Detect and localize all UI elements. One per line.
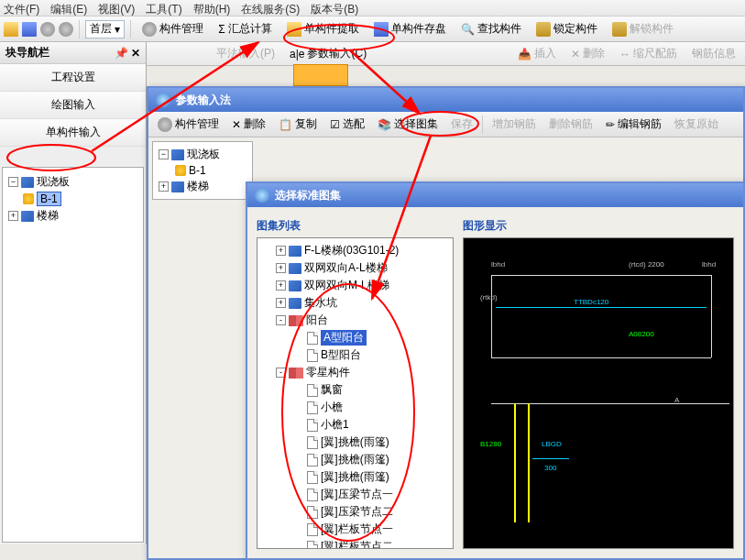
book-icon xyxy=(289,246,301,257)
extract-button[interactable]: 单构件提取 xyxy=(281,18,365,39)
atlas-tree-item[interactable]: [翼]栏板节点二 xyxy=(261,538,449,549)
delete-button[interactable]: ✕ 删除 xyxy=(565,43,610,64)
atlas-tree-item[interactable]: 飘窗 xyxy=(261,381,449,399)
nav-single-input[interactable]: 单构件输入 xyxy=(0,119,146,147)
expand-icon[interactable]: + xyxy=(276,263,286,273)
menu-file[interactable]: 文件(F) xyxy=(4,2,39,14)
book-icon xyxy=(171,149,184,160)
comp-mgmt-button[interactable]: 构件管理 xyxy=(152,114,225,135)
nav-tree[interactable]: − 现浇板 B-1 + 楼梯 xyxy=(2,167,144,543)
save-comp-button[interactable]: 单构件存盘 xyxy=(368,18,452,39)
document-icon xyxy=(307,349,318,362)
insert-button[interactable]: 📥 插入 xyxy=(512,43,562,64)
atlas-tree-item[interactable]: A型阳台 xyxy=(261,329,449,346)
document-icon xyxy=(307,541,318,550)
save-icon[interactable] xyxy=(22,22,37,37)
save-button[interactable]: 保存 xyxy=(445,114,478,135)
scale-button[interactable]: ↔ 缩尺配筋 xyxy=(614,43,683,64)
nav-title: 块导航栏 📌 ✕ xyxy=(0,42,146,64)
document-icon xyxy=(307,332,318,345)
collapse-icon[interactable]: - xyxy=(276,368,286,378)
unlock-button[interactable]: 解锁构件 xyxy=(607,18,679,39)
menu-view[interactable]: 视图(V) xyxy=(98,2,135,14)
leaf-icon xyxy=(175,165,186,176)
tree-node-stairs[interactable]: + 楼梯 xyxy=(157,178,248,195)
copy-button[interactable]: 📋 复制 xyxy=(273,114,323,135)
tree-node-slab[interactable]: − 现浇板 xyxy=(6,173,139,191)
document-icon xyxy=(307,419,318,432)
delete-button[interactable]: ✕ 删除 xyxy=(226,114,271,135)
redo-icon[interactable] xyxy=(59,22,73,37)
cad-preview[interactable]: TTBDc120 A08200 (rtcd) 2200 lbhd lbhd LB… xyxy=(463,237,734,549)
sub-window-toolbar: 构件管理 ✕ 删除 📋 复制 ☑ 选配 📚 选择图集 保存 增加钢筋 删除钢筋 … xyxy=(148,112,743,137)
lock-button[interactable]: 锁定构件 xyxy=(531,18,603,39)
dialog-titlebar[interactable]: 选择标准图集 xyxy=(247,183,743,207)
add-rebar-button[interactable]: 增加钢筋 xyxy=(487,114,542,135)
atlas-tree-item[interactable]: 小檐1 xyxy=(261,416,449,434)
atlas-tree-item[interactable]: -阳台 xyxy=(261,312,449,329)
sum-calc-button[interactable]: Σ 汇总计算 xyxy=(213,18,277,39)
floor-dropdown[interactable]: 首层 ▾ xyxy=(85,20,125,38)
atlas-tree-item[interactable]: [翼]挑檐(雨篷) xyxy=(261,434,449,451)
select-config-button[interactable]: ☑ 选配 xyxy=(324,114,370,135)
document-icon xyxy=(307,401,318,414)
atlas-tree-item[interactable]: 小檐 xyxy=(261,399,449,416)
find-button[interactable]: 🔍 查找构件 xyxy=(455,18,527,39)
sub-window-tree[interactable]: − 现浇板 B-1 + 楼梯 xyxy=(152,141,253,200)
select-atlas-button[interactable]: 📚 选择图集 xyxy=(372,114,444,135)
menu-version[interactable]: 版本号(B) xyxy=(311,2,358,14)
book-icon xyxy=(21,211,34,222)
gear-icon xyxy=(142,22,157,37)
collapse-icon[interactable]: - xyxy=(276,315,286,325)
book-icon xyxy=(289,298,301,309)
edit-rebar-button[interactable]: ✏ 编辑钢筋 xyxy=(600,114,667,135)
tree-node-b1[interactable]: B-1 xyxy=(6,191,139,207)
separator xyxy=(130,20,131,38)
atlas-tree-item[interactable]: [翼]压梁节点一 xyxy=(261,486,449,503)
window-titlebar[interactable]: 参数输入法 xyxy=(148,88,743,112)
expand-icon[interactable]: + xyxy=(8,211,18,221)
atlas-tree-item[interactable]: [翼]栏板节点一 xyxy=(261,521,449,538)
atlas-tree-item[interactable]: +双网双向A-L楼梯 xyxy=(261,259,449,277)
open-icon[interactable] xyxy=(4,22,18,37)
menu-help[interactable]: 帮助(H) xyxy=(193,2,231,14)
del-rebar-button[interactable]: 删除钢筋 xyxy=(543,114,598,135)
document-icon xyxy=(307,384,318,397)
collapse-icon[interactable]: − xyxy=(159,149,169,159)
nav-project-settings[interactable]: 工程设置 xyxy=(0,64,146,92)
tree-node-stairs[interactable]: + 楼梯 xyxy=(6,207,139,225)
atlas-tree-item[interactable]: +集水坑 xyxy=(261,294,449,312)
collapse-icon[interactable]: − xyxy=(8,177,18,187)
main-menu[interactable]: 文件(F) 编辑(E) 视图(V) 工具(T) 帮助(H) 在线服务(S) 版本… xyxy=(0,0,745,16)
atlas-tree-item[interactable]: -零星构件 xyxy=(261,364,449,381)
pin-icon[interactable]: 📌 ✕ xyxy=(115,47,140,60)
separator xyxy=(79,20,80,38)
menu-tools[interactable]: 工具(T) xyxy=(146,2,181,14)
tree-node-b1[interactable]: B-1 xyxy=(157,163,248,178)
main-toolbar: 首层 ▾ 构件管理 Σ 汇总计算 单构件提取 单构件存盘 🔍 查找构件 锁定构件… xyxy=(0,16,745,42)
param-input-button[interactable]: a|e 参数输入(C) xyxy=(284,43,372,64)
expand-icon[interactable]: + xyxy=(276,280,286,291)
menu-online[interactable]: 在线服务(S) xyxy=(241,2,300,14)
atlas-tree-item[interactable]: [翼]压梁节点二 xyxy=(261,503,449,521)
expand-icon[interactable]: + xyxy=(276,246,286,256)
nav-draw-input[interactable]: 绘图输入 xyxy=(0,92,146,119)
document-icon xyxy=(307,436,318,449)
undo-icon[interactable] xyxy=(40,22,55,37)
tree-node-slab[interactable]: − 现浇板 xyxy=(157,146,248,163)
component-mgmt-button[interactable]: 构件管理 xyxy=(137,18,209,39)
expand-icon[interactable]: + xyxy=(159,181,169,192)
atlas-tree-item[interactable]: +双网双向M-L楼梯 xyxy=(261,277,449,294)
atlas-tree-item[interactable]: B型阳台 xyxy=(261,346,449,364)
atlas-tree-item[interactable]: [翼]挑檐(雨篷) xyxy=(261,451,449,468)
atlas-tree[interactable]: +F-L楼梯(03G101-2)+双网双向A-L楼梯+双网双向M-L楼梯+集水坑… xyxy=(257,237,454,549)
flat-input-button[interactable]: 平法输入(P) xyxy=(211,43,280,64)
book-icon xyxy=(289,263,301,274)
menu-edit[interactable]: 编辑(E) xyxy=(50,2,87,14)
atlas-tree-item[interactable]: +F-L楼梯(03G101-2) xyxy=(261,242,449,259)
atlas-tree-item[interactable]: [翼]挑檐(雨篷) xyxy=(261,468,449,486)
expand-icon[interactable]: + xyxy=(276,298,286,308)
rebar-info-button[interactable]: 钢筋信息 xyxy=(686,43,741,64)
active-cell[interactable] xyxy=(293,64,348,86)
restore-button[interactable]: 恢复原始 xyxy=(669,114,724,135)
